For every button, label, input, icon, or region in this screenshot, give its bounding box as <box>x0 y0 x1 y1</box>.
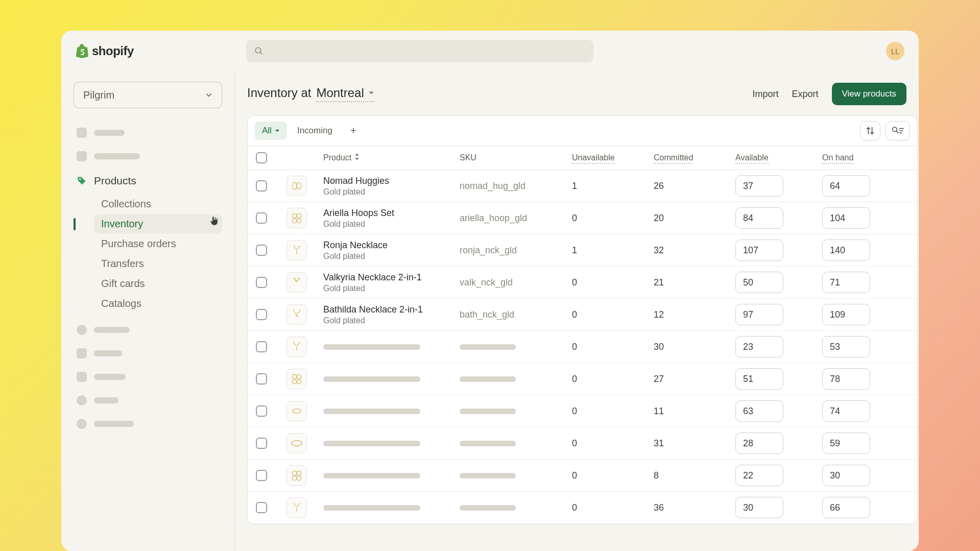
search-input[interactable] <box>246 40 593 62</box>
row-checkbox[interactable] <box>256 212 267 224</box>
table-row: Valkyria Necklace 2-in-1Gold platedvalk_… <box>248 267 917 299</box>
product-thumbnail[interactable] <box>286 240 307 260</box>
available-input[interactable] <box>735 207 783 229</box>
on-hand-input[interactable] <box>822 433 870 454</box>
subnav-gift-cards[interactable]: Gift cards <box>94 274 222 294</box>
col-sku[interactable]: SKU <box>460 153 572 162</box>
table-row: Bathilda Necklace 2-in-1Gold platedbath_… <box>248 299 917 331</box>
row-checkbox[interactable] <box>256 309 267 320</box>
inventory-table-card: All Incoming + <box>247 115 918 524</box>
user-avatar[interactable]: LL <box>886 42 904 60</box>
product-sku: nomad_hug_gld <box>460 181 572 191</box>
nav-placeholder <box>74 146 222 166</box>
subnav-catalogs[interactable]: Catalogs <box>94 294 222 314</box>
select-all-checkbox[interactable] <box>256 152 267 163</box>
available-input[interactable] <box>735 400 783 422</box>
product-sku: ariella_hoop_gld <box>460 213 572 224</box>
svg-point-10 <box>292 213 297 218</box>
product-name[interactable]: Ronja Necklace <box>323 240 460 251</box>
product-name[interactable]: Bathilda Necklace 2-in-1 <box>323 304 460 315</box>
product-thumbnail[interactable] <box>286 304 307 325</box>
product-thumbnail[interactable] <box>286 176 307 196</box>
on-hand-input[interactable] <box>822 400 870 422</box>
product-thumbnail[interactable] <box>286 208 307 228</box>
search-filter-icon <box>892 126 904 135</box>
col-on-hand[interactable]: On hand <box>822 153 909 162</box>
import-button[interactable]: Import <box>752 89 778 100</box>
caret-down-icon <box>275 128 280 133</box>
nav-placeholder <box>74 367 222 387</box>
subnav-inventory[interactable]: Inventory <box>94 214 222 234</box>
product-thumbnail[interactable] <box>286 272 307 293</box>
col-unavailable[interactable]: Unavailable <box>572 153 654 162</box>
subnav-purchase-orders[interactable]: Purchase orders <box>94 234 222 254</box>
col-committed[interactable]: Committed <box>654 153 735 162</box>
row-checkbox[interactable] <box>256 470 267 481</box>
subnav-collections[interactable]: Collections <box>94 194 222 214</box>
store-selector[interactable]: Pilgrim <box>74 82 222 108</box>
on-hand-input[interactable] <box>822 175 870 197</box>
committed-value: 8 <box>654 470 735 481</box>
svg-point-15 <box>296 315 297 317</box>
nav-products[interactable]: Products <box>74 170 222 192</box>
row-checkbox[interactable] <box>256 277 267 288</box>
available-input[interactable] <box>735 239 783 261</box>
sort-button[interactable] <box>860 121 880 140</box>
svg-point-19 <box>292 379 297 384</box>
tab-all[interactable]: All <box>255 122 287 140</box>
on-hand-input[interactable] <box>822 272 870 293</box>
product-thumbnail[interactable] <box>286 433 307 453</box>
on-hand-input[interactable] <box>822 239 870 261</box>
placeholder-line <box>323 473 420 478</box>
on-hand-input[interactable] <box>822 465 870 486</box>
available-input[interactable] <box>735 497 783 518</box>
placeholder-line <box>460 409 516 414</box>
row-checkbox[interactable] <box>256 373 267 385</box>
col-product[interactable]: Product <box>323 153 460 162</box>
on-hand-input[interactable] <box>822 304 870 325</box>
on-hand-input[interactable] <box>822 497 870 518</box>
committed-value: 21 <box>654 277 735 288</box>
available-input[interactable] <box>735 465 783 486</box>
on-hand-input[interactable] <box>822 207 870 229</box>
nav-products-label: Products <box>94 175 136 187</box>
available-input[interactable] <box>735 368 783 390</box>
add-view-button[interactable]: + <box>345 122 362 139</box>
product-thumbnail[interactable] <box>286 401 307 421</box>
search-filter-button[interactable] <box>886 121 910 140</box>
row-checkbox[interactable] <box>256 245 267 256</box>
row-checkbox[interactable] <box>256 405 267 417</box>
placeholder-line <box>323 344 420 350</box>
svg-point-22 <box>292 441 302 446</box>
unavailable-value: 0 <box>572 374 654 385</box>
brand-logo[interactable]: shopify <box>76 44 134 58</box>
committed-value: 30 <box>654 342 735 352</box>
chevron-down-icon <box>205 91 212 99</box>
on-hand-input[interactable] <box>822 336 870 357</box>
row-checkbox[interactable] <box>256 341 267 352</box>
row-checkbox[interactable] <box>256 438 267 449</box>
product-thumbnail[interactable] <box>286 465 307 486</box>
col-available[interactable]: Available <box>735 153 822 162</box>
available-input[interactable] <box>735 304 783 325</box>
product-thumbnail[interactable] <box>286 497 307 518</box>
on-hand-input[interactable] <box>822 368 870 390</box>
product-name[interactable]: Ariella Hoops Set <box>323 208 460 219</box>
view-products-button[interactable]: View products <box>832 83 906 105</box>
tab-incoming[interactable]: Incoming <box>290 122 340 140</box>
location-selector[interactable]: Montreal <box>316 86 374 102</box>
product-name[interactable]: Nomad Huggies <box>323 176 460 186</box>
available-input[interactable] <box>735 336 783 357</box>
subnav-transfers[interactable]: Transfers <box>94 254 222 274</box>
product-name[interactable]: Valkyria Necklace 2-in-1 <box>323 272 460 283</box>
product-thumbnail[interactable] <box>286 337 307 357</box>
tag-icon <box>77 176 87 186</box>
product-thumbnail[interactable] <box>286 369 307 389</box>
row-checkbox[interactable] <box>256 502 267 513</box>
export-button[interactable]: Export <box>792 89 819 100</box>
available-input[interactable] <box>735 272 783 293</box>
row-checkbox[interactable] <box>256 180 267 191</box>
available-input[interactable] <box>735 433 783 454</box>
svg-point-20 <box>297 379 301 384</box>
available-input[interactable] <box>735 175 783 197</box>
